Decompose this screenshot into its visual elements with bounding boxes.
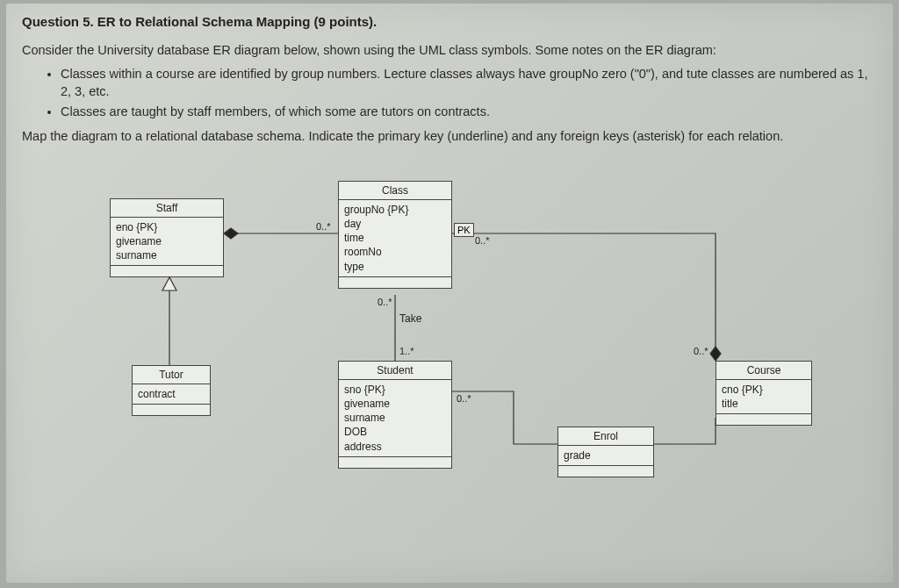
entity-tutor: Tutor contract bbox=[132, 365, 211, 416]
svg-marker-5 bbox=[162, 277, 176, 290]
attr: contract bbox=[138, 387, 205, 401]
multiplicity-label: 0..* bbox=[316, 221, 331, 232]
attr: grade bbox=[564, 448, 648, 463]
svg-marker-1 bbox=[224, 228, 238, 239]
attr: cno {PK} bbox=[722, 383, 806, 397]
task-text: Map the diagram to a relational database… bbox=[22, 127, 877, 146]
er-diagram: Staff eno {PK} givename surname Tutor co… bbox=[22, 154, 865, 523]
multiplicity-label: 0..* bbox=[694, 346, 708, 356]
attr: givename bbox=[116, 234, 218, 248]
attr: roomNo bbox=[344, 245, 446, 259]
attr: sno {PK} bbox=[344, 383, 446, 397]
intro-text: Consider the University database ER diag… bbox=[22, 41, 877, 60]
entity-class: Class groupNo {PK} day time roomNo type bbox=[338, 181, 452, 289]
entity-title: Course bbox=[716, 362, 811, 380]
entity-title: Enrol bbox=[558, 427, 653, 446]
attr: surname bbox=[344, 411, 446, 425]
multiplicity-label: 0..* bbox=[457, 393, 471, 404]
multiplicity-label: 0..* bbox=[378, 297, 392, 307]
attr: type bbox=[344, 260, 446, 274]
attr: address bbox=[344, 440, 446, 454]
attr: eno {PK} bbox=[116, 220, 218, 234]
entity-course: Course cno {PK} title bbox=[716, 361, 812, 426]
attr: groupNo {PK} bbox=[344, 203, 446, 217]
attr: day bbox=[344, 217, 446, 231]
attr: surname bbox=[116, 248, 218, 262]
bullet-list: Classes within a course are identified b… bbox=[61, 65, 877, 120]
entity-enrol: Enrol grade bbox=[557, 427, 654, 477]
attr: time bbox=[344, 231, 446, 245]
page: Question 5. ER to Relational Schema Mapp… bbox=[6, 4, 893, 583]
entity-student: Student sno {PK} givename surname DOB ad… bbox=[338, 361, 452, 469]
attr: givename bbox=[344, 397, 446, 411]
entity-title: Staff bbox=[111, 199, 223, 218]
bullet-item: Classes are taught by staff members, of … bbox=[61, 103, 877, 120]
relationship-take: Take bbox=[399, 312, 421, 325]
entity-title: Student bbox=[339, 362, 451, 380]
entity-staff: Staff eno {PK} givename surname bbox=[110, 198, 224, 278]
attr: DOB bbox=[344, 425, 446, 439]
pk-badge: PK bbox=[454, 223, 474, 237]
bullet-item: Classes within a course are identified b… bbox=[61, 65, 877, 101]
attr: title bbox=[722, 397, 806, 411]
entity-title: Tutor bbox=[133, 366, 210, 384]
entity-title: Class bbox=[339, 182, 451, 200]
multiplicity-label: 0..* bbox=[475, 235, 490, 246]
multiplicity-label: 1..* bbox=[399, 346, 414, 356]
svg-marker-2 bbox=[710, 347, 721, 361]
question-title: Question 5. ER to Relational Schema Mapp… bbox=[22, 14, 877, 29]
